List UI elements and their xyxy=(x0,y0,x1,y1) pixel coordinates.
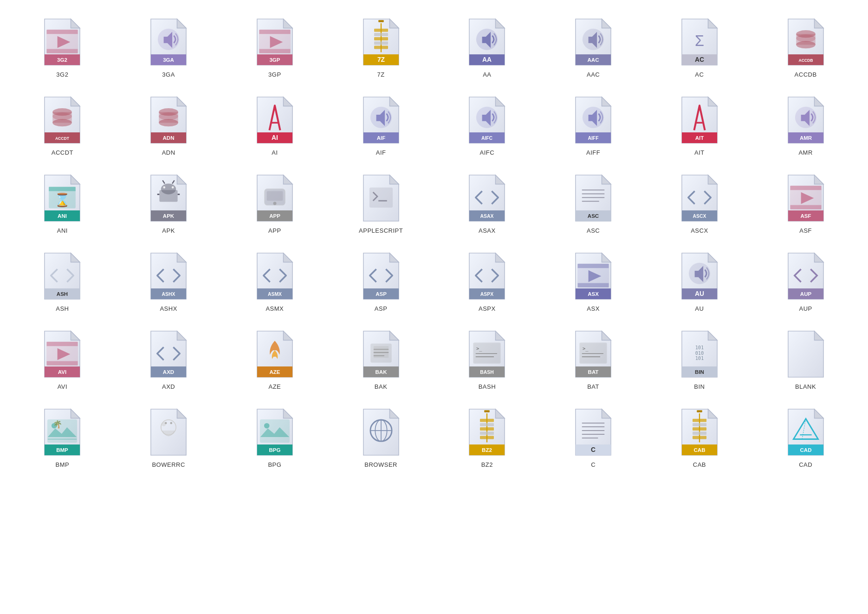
file-item-3ga[interactable]: 3GA 3GA xyxy=(116,9,222,83)
file-item-3gp[interactable]: 3GP 3GP xyxy=(222,9,328,83)
file-item-7z[interactable]: 7Z 7Z xyxy=(328,9,434,83)
icon-aifc: AIFC xyxy=(461,94,512,145)
file-item-aifc[interactable]: AIFC AIFC xyxy=(434,87,540,161)
file-item-au[interactable]: AU AU xyxy=(647,243,753,317)
svg-point-87 xyxy=(273,202,276,205)
file-item-cab[interactable]: CAB CAB xyxy=(647,399,753,473)
file-item-bin[interactable]: 101 010 101 BIN BIN xyxy=(647,321,753,395)
file-item-blank[interactable]: BLANK xyxy=(752,321,859,395)
label-asax: ASAX xyxy=(479,227,496,234)
svg-text:AA: AA xyxy=(482,56,492,63)
svg-rect-172 xyxy=(260,419,289,442)
file-item-apk[interactable]: APK APK xyxy=(116,165,222,239)
file-item-3g2[interactable]: 3G2 3G2 xyxy=(9,9,116,83)
svg-text:ASC: ASC xyxy=(588,213,599,219)
file-item-ai[interactable]: AI AI xyxy=(222,87,328,161)
file-item-adn[interactable]: ADN ADN xyxy=(116,87,222,161)
label-ani: ANI xyxy=(57,227,68,234)
file-item-axd[interactable]: AXD AXD xyxy=(116,321,222,395)
file-item-aif[interactable]: AIF AIF xyxy=(328,87,434,161)
label-aifc: AIFC xyxy=(480,149,495,156)
file-item-bash[interactable]: >_ BASH BASH xyxy=(434,321,540,395)
file-item-ashx[interactable]: ASHX ASHX xyxy=(116,243,222,317)
svg-rect-131 xyxy=(47,361,78,365)
icon-app: APP xyxy=(249,172,300,223)
icon-3g2: 3G2 xyxy=(37,16,88,67)
svg-text:>_: >_ xyxy=(583,346,589,352)
svg-rect-86 xyxy=(267,191,283,201)
svg-rect-20 xyxy=(374,37,388,40)
svg-text:CAD: CAD xyxy=(800,447,811,453)
file-item-bowerrc[interactable]: BOWERRC xyxy=(116,399,222,473)
svg-point-42 xyxy=(53,119,72,126)
label-bpg: BPG xyxy=(268,461,281,468)
file-item-bat[interactable]: >_ BAT BAT xyxy=(540,321,647,395)
icon-aac: AAC xyxy=(568,16,619,67)
label-aac: AAC xyxy=(587,71,600,78)
svg-text:C: C xyxy=(591,446,596,453)
file-item-aa[interactable]: AA AA xyxy=(434,9,540,83)
file-item-app[interactable]: APP APP xyxy=(222,165,328,239)
label-ascx: ASCX xyxy=(691,227,708,234)
file-item-asf[interactable]: ASF ASF xyxy=(752,165,859,239)
icon-accdb: ACCDB xyxy=(780,16,831,67)
file-item-ash[interactable]: ASH ASH xyxy=(9,243,116,317)
label-axd: AXD xyxy=(162,383,175,390)
icon-au: AU xyxy=(674,250,725,301)
file-item-asc[interactable]: ASC ASC xyxy=(540,165,647,239)
file-item-aup[interactable]: AUP AUP xyxy=(752,243,859,317)
file-item-asp[interactable]: ASP ASP xyxy=(328,243,434,317)
file-item-asax[interactable]: ASAX ASAX xyxy=(434,165,540,239)
svg-text:BAT: BAT xyxy=(588,369,599,375)
file-item-aiff[interactable]: AIFF AIFF xyxy=(540,87,647,161)
label-ai: AI xyxy=(272,149,278,156)
file-item-bz2[interactable]: BZ2 BZ2 xyxy=(434,399,540,473)
file-item-accdt[interactable]: ACCDT ACCDT xyxy=(9,87,116,161)
file-item-c[interactable]: C C xyxy=(540,399,647,473)
svg-rect-185 xyxy=(480,427,494,431)
icon-3gp: 3GP xyxy=(249,16,300,67)
file-item-cad[interactable]: CAD CAD xyxy=(752,399,859,473)
icon-bat: >_ BAT xyxy=(568,328,619,379)
file-item-bpg[interactable]: BPG BPG xyxy=(222,399,328,473)
svg-text:3GP: 3GP xyxy=(269,57,280,63)
svg-rect-180 xyxy=(485,410,490,412)
svg-point-48 xyxy=(159,119,178,126)
svg-text:ASPX: ASPX xyxy=(480,292,493,297)
file-item-avi[interactable]: AVI AVI xyxy=(9,321,116,395)
svg-text:AC: AC xyxy=(695,56,704,63)
label-3ga: 3GA xyxy=(162,71,175,78)
file-item-asx[interactable]: ASX ASX xyxy=(540,243,647,317)
file-item-ait[interactable]: AIT AIT xyxy=(647,87,753,161)
svg-point-36 xyxy=(796,41,816,48)
svg-rect-187 xyxy=(480,436,494,439)
svg-rect-183 xyxy=(480,418,494,422)
icon-bpg: BPG xyxy=(249,406,300,457)
file-item-ascx[interactable]: ASCX ASCX xyxy=(647,165,753,239)
svg-text:AU: AU xyxy=(695,290,704,297)
label-cad: CAD xyxy=(799,461,812,468)
file-item-bak[interactable]: BAK BAK xyxy=(328,321,434,395)
svg-text:⌛: ⌛ xyxy=(54,192,71,208)
file-item-bmp[interactable]: 🌴 BMP BMP xyxy=(9,399,116,473)
svg-rect-15 xyxy=(378,20,384,22)
label-ac: AC xyxy=(695,71,704,78)
file-item-ac[interactable]: Σ AC AC xyxy=(647,9,753,83)
file-item-aspx[interactable]: ASPX ASPX xyxy=(434,243,540,317)
file-item-aac[interactable]: AAC AAC xyxy=(540,9,647,83)
svg-rect-140 xyxy=(373,346,388,358)
svg-rect-104 xyxy=(790,205,821,209)
svg-text:AIFC: AIFC xyxy=(481,136,493,141)
file-item-aze[interactable]: AZE AZE xyxy=(222,321,328,395)
file-item-ani[interactable]: ⌛ ANI ANI xyxy=(9,165,116,239)
svg-text:>_: >_ xyxy=(476,346,482,352)
file-item-applescript[interactable]: APPLESCRIPT xyxy=(328,165,434,239)
svg-text:APK: APK xyxy=(163,213,175,219)
svg-text:Σ: Σ xyxy=(695,32,704,49)
label-bak: BAK xyxy=(375,383,388,390)
file-item-amr[interactable]: AMR AMR xyxy=(752,87,859,161)
file-item-accdb[interactable]: ACCDB ACCDB xyxy=(752,9,859,83)
file-item-asmx[interactable]: ASMX ASMX xyxy=(222,243,328,317)
file-item-browser[interactable]: BROWSER xyxy=(328,399,434,473)
svg-text:101: 101 xyxy=(695,345,704,350)
